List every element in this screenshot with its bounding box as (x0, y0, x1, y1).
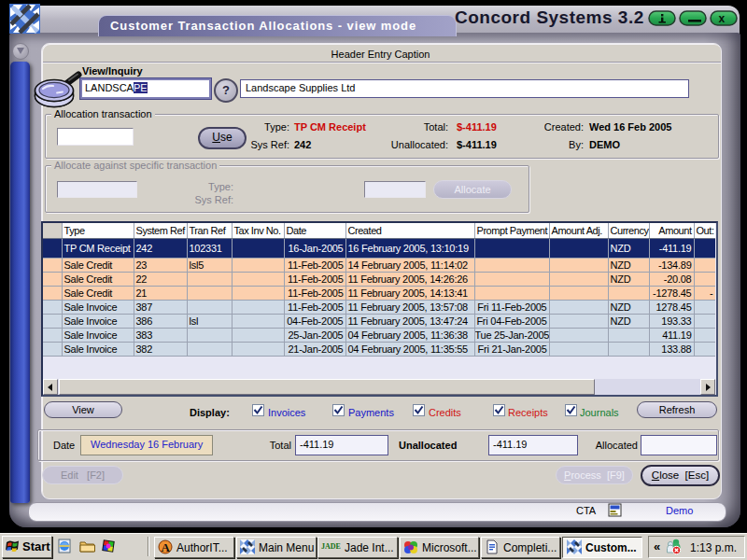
svg-text:x: x (719, 12, 726, 25)
svg-text:A: A (162, 540, 171, 554)
